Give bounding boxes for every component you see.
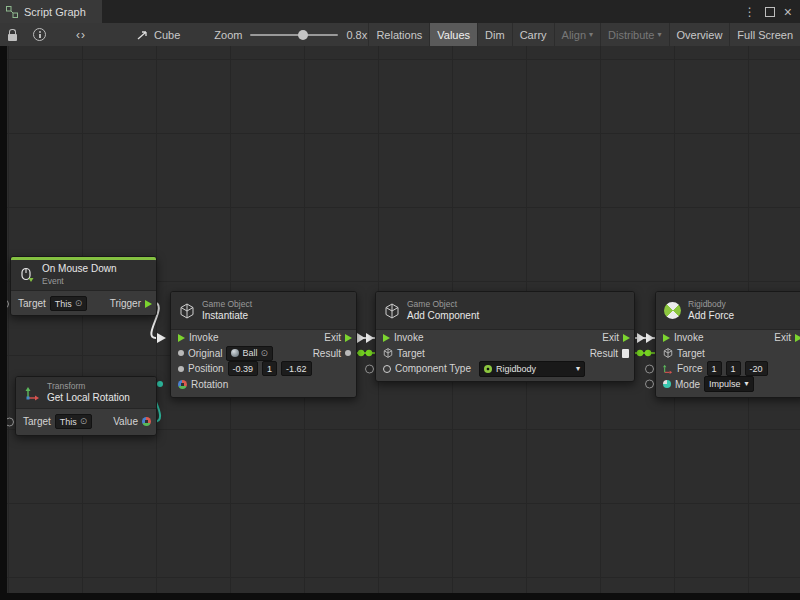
maximize-icon[interactable] xyxy=(765,3,775,21)
force-input-port[interactable] xyxy=(645,364,654,373)
graph-toolbar: ‹› Cube Zoom 0.8x Relations Values Dim C… xyxy=(0,23,800,47)
distribute-button[interactable]: Distribute ▾ xyxy=(600,23,668,46)
script-graph-icon xyxy=(6,6,18,18)
ball-object-icon xyxy=(231,349,239,357)
port-row: Rotation xyxy=(171,377,356,393)
exit-label: Exit xyxy=(774,332,791,343)
target-label: Target xyxy=(397,348,425,359)
mode-input-port[interactable] xyxy=(645,380,654,389)
original-chip-value: Ball xyxy=(242,348,257,358)
invoke-label: Invoke xyxy=(189,332,218,343)
exit-label: Exit xyxy=(602,332,619,343)
result-output-port[interactable] xyxy=(622,349,629,358)
exit-output-port[interactable] xyxy=(795,334,800,342)
type-port-icon[interactable] xyxy=(383,365,391,373)
port-row: Force 1 1 -20 xyxy=(656,361,800,377)
result-output-port[interactable] xyxy=(345,350,351,356)
fullscreen-button[interactable]: Full Screen xyxy=(729,23,800,46)
trigger-label: Trigger xyxy=(110,298,141,309)
titlebar: Script Graph ⋮ × xyxy=(0,0,800,23)
exit-output-port[interactable] xyxy=(345,334,352,342)
node-instantiate[interactable]: Game Object Instantiate Invoke Exit Orig… xyxy=(170,291,357,398)
trigger-output-port[interactable] xyxy=(145,300,152,308)
mode-value: Impulse xyxy=(709,379,741,389)
component-type-dropdown[interactable]: Rigidbody ▾ xyxy=(479,361,585,377)
invoke-input-port[interactable] xyxy=(383,334,390,342)
vector-axes-icon xyxy=(663,364,673,374)
script-graph-window: Script Graph ⋮ × ‹› Cube Zoom 0.8x Relat… xyxy=(0,0,800,600)
tab-script-graph[interactable]: Script Graph xyxy=(0,0,102,23)
position-z-field[interactable]: -1.62 xyxy=(281,361,312,376)
original-input-port[interactable] xyxy=(178,350,184,356)
object-picker-icon[interactable]: ⊙ xyxy=(260,349,268,358)
node-title: Instantiate xyxy=(202,310,252,323)
position-label: Position xyxy=(188,363,224,374)
close-icon[interactable]: × xyxy=(784,5,792,19)
node-header: On Mouse Down Event xyxy=(11,260,156,291)
target-object-chip[interactable]: This ⊙ xyxy=(50,296,88,311)
invoke-input-port[interactable] xyxy=(663,334,670,342)
node-category: Transform xyxy=(47,381,130,392)
align-button[interactable]: Align ▾ xyxy=(554,23,600,46)
port-row: Target xyxy=(656,346,800,362)
carry-button[interactable]: Carry xyxy=(512,23,554,46)
target-gameobject-icon[interactable] xyxy=(383,348,393,358)
original-label: Original xyxy=(188,348,222,359)
target-chip-value: This xyxy=(55,299,72,309)
node-title: On Mouse Down xyxy=(42,263,116,276)
rigidbody-gear-icon xyxy=(484,365,492,373)
node-on-mouse-down[interactable]: On Mouse Down Event Target This ⊙ Trigge… xyxy=(10,256,157,316)
node-header: Transform Get Local Rotation xyxy=(16,377,156,409)
overview-button[interactable]: Overview xyxy=(669,23,730,46)
flow-row: Invoke Exit xyxy=(376,330,634,346)
original-object-chip[interactable]: Ball ⊙ xyxy=(226,346,273,361)
info-icon[interactable] xyxy=(33,23,46,46)
lock-icon[interactable] xyxy=(8,23,17,46)
graph-target-label: Cube xyxy=(154,29,180,41)
node-category: Rigidbody xyxy=(688,299,734,310)
object-picker-icon[interactable]: ⊙ xyxy=(80,417,88,426)
component-type-label: Component Type xyxy=(395,363,471,374)
position-input-port[interactable] xyxy=(178,366,184,372)
force-y-field[interactable]: 1 xyxy=(726,361,741,376)
graph-canvas[interactable]: On Mouse Down Event Target This ⊙ Trigge… xyxy=(0,46,800,600)
target-gameobject-icon[interactable] xyxy=(663,348,673,358)
target-label: Target xyxy=(18,298,46,309)
mode-label: Mode xyxy=(675,379,700,390)
force-x-field[interactable]: 1 xyxy=(707,361,722,376)
invoke-label: Invoke xyxy=(394,332,423,343)
menu-kebab-icon[interactable]: ⋮ xyxy=(744,6,756,18)
node-add-force[interactable]: Rigidbody Add Force Invoke Exit Target xyxy=(655,291,800,398)
node-add-component[interactable]: Game Object Add Component Invoke Exit Ta… xyxy=(375,291,635,382)
tab-label: Script Graph xyxy=(24,6,86,18)
position-y-field[interactable]: 1 xyxy=(262,361,277,376)
code-view-icon[interactable]: ‹› xyxy=(76,23,86,46)
quaternion-output-port[interactable] xyxy=(142,417,151,426)
position-x-field[interactable]: -0.39 xyxy=(228,361,259,376)
caret-down-icon: ▾ xyxy=(658,31,662,39)
force-mode-icon xyxy=(663,380,671,388)
exit-label: Exit xyxy=(324,332,341,343)
component-type-input-port[interactable] xyxy=(365,364,374,373)
result-label: Result xyxy=(313,348,341,359)
invoke-input-port[interactable] xyxy=(178,334,185,342)
flow-row: Invoke Exit xyxy=(171,330,356,346)
dim-button[interactable]: Dim xyxy=(477,23,512,46)
force-z-field[interactable]: -20 xyxy=(745,361,768,376)
object-picker-icon[interactable]: ⊙ xyxy=(75,299,83,308)
zoom-slider[interactable] xyxy=(250,34,338,36)
rotation-label: Rotation xyxy=(191,379,228,390)
target-object-chip[interactable]: This ⊙ xyxy=(55,414,93,429)
node-get-local-rotation[interactable]: Transform Get Local Rotation Target This… xyxy=(15,376,157,436)
relations-button[interactable]: Relations xyxy=(368,23,429,46)
exit-output-port[interactable] xyxy=(623,334,630,342)
port-row: Position -0.39 1 -1.62 xyxy=(171,361,356,377)
values-button[interactable]: Values xyxy=(429,23,477,46)
node-title: Add Force xyxy=(688,310,734,323)
rotation-input-port[interactable] xyxy=(178,380,187,389)
mode-dropdown[interactable]: Impulse ▾ xyxy=(704,376,754,392)
zoom-control: Zoom 0.8x xyxy=(214,29,367,41)
graph-target[interactable]: Cube xyxy=(136,29,180,41)
node-category: Game Object xyxy=(407,299,479,310)
zoom-slider-thumb[interactable] xyxy=(298,30,308,40)
